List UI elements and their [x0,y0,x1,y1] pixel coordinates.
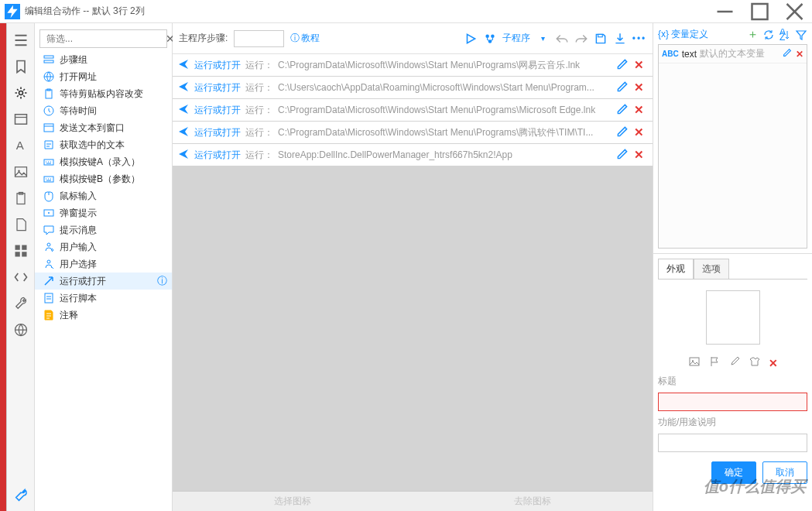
palette-item[interactable]: 运行或打开 ⓘ [35,273,172,290]
globe-icon[interactable] [13,322,29,338]
palette-item[interactable]: 模拟按键B（参数） [35,170,172,187]
shirt-icon[interactable] [749,355,761,370]
ok-button[interactable]: 确定 [711,461,756,484]
more-icon[interactable]: ••• [632,32,646,46]
step-row[interactable]: 运行或打开 运行： C:\ProgramData\Microsoft\Windo… [173,99,653,121]
sub-program-icon[interactable] [483,32,497,46]
palette-item[interactable]: 鼠标输入 [35,187,172,204]
edit-step-icon[interactable] [615,80,629,96]
text-icon[interactable]: A [13,138,29,153]
send-icon [177,58,190,73]
clipboard-icon[interactable] [13,190,29,206]
code-icon[interactable] [13,269,29,285]
close-button[interactable] [777,0,812,23]
palette-item[interactable]: 弹窗提示 [35,204,172,221]
bottom-bar: 选择图标 去除图标 [173,491,653,511]
step-action-label: 运行： [245,104,273,117]
svg-rect-5 [15,115,26,125]
palette-item-label: 提示消息 [60,224,167,237]
svg-rect-31 [45,293,53,303]
palette-item[interactable]: 提示消息 [35,221,172,238]
message-icon [43,224,55,236]
step-row[interactable]: 运行或打开 运行： C:\Users\caoch\AppData\Roaming… [173,77,653,98]
tutorial-link[interactable]: ⓘ 教程 [290,32,320,45]
step-row[interactable]: 运行或打开 运行： C:\ProgramData\Microsoft\Windo… [173,54,653,76]
palette-item-label: 运行脚本 [60,292,167,305]
list-icon[interactable] [13,33,29,48]
step-path: C:\ProgramData\Microsoft\Windows\Start M… [278,105,611,115]
file-icon[interactable] [13,217,29,232]
palette-item[interactable]: 用户选择 [35,256,172,273]
var-name: text [682,49,697,60]
eyedropper-icon[interactable] [728,355,741,370]
palette-item-label: 发送文本到窗口 [60,122,167,135]
tab-appearance[interactable]: 外观 [658,259,694,279]
title-input[interactable] [658,393,807,411]
user-input-icon [43,241,55,253]
palette-item[interactable]: 打开网址 [35,68,172,85]
save-icon[interactable] [594,32,608,46]
sub-program-label[interactable]: 子程序 [502,32,530,45]
desc-input[interactable] [658,434,807,452]
variable-row[interactable]: ABC text 默认的文本变量 ✕ [659,45,807,63]
variables-panel: {x} 变量定义 ＋ AZ ABC text 默认的文本变量 ✕ [653,23,812,254]
edit-step-icon[interactable] [615,147,629,163]
palette-item[interactable]: 模拟按键A（录入） [35,153,172,170]
windows-icon[interactable] [13,243,29,259]
steps-input[interactable] [234,30,284,47]
refresh-icon[interactable] [762,29,775,41]
palette-item[interactable]: 用户输入 [35,238,172,256]
cancel-button[interactable]: 取消 [762,461,807,484]
keyboard-icon [43,156,55,168]
gear-icon[interactable] [13,85,29,101]
palette-item[interactable]: 发送文本到窗口 [35,119,172,136]
palette-item[interactable]: 注释 [35,307,172,324]
edit-var-icon[interactable] [782,47,793,60]
edit-step-icon[interactable] [615,102,629,118]
palette-item[interactable]: 等待时间 [35,102,172,119]
maximize-button[interactable] [742,0,777,23]
steps-label: 主程序步骤: [179,32,228,45]
palette-item[interactable]: 步骤组 [35,51,172,68]
icon-preview [706,290,760,345]
palette-item[interactable]: 等待剪贴板内容改变 [35,85,172,102]
filter-input[interactable] [43,33,166,44]
edit-step-icon[interactable] [615,125,629,141]
window-icon[interactable] [13,111,29,127]
wrench-icon[interactable] [13,488,29,503]
delete-step-icon[interactable]: ✕ [634,103,648,117]
edit-step-icon[interactable] [615,57,629,74]
remove-icon[interactable]: ✕ [769,357,778,369]
user-select-icon [43,258,55,270]
palette-item[interactable]: 运行脚本 [35,290,172,307]
add-variable-icon[interactable]: ＋ [746,29,759,41]
delete-step-icon[interactable]: ✕ [634,58,648,72]
undo-icon[interactable] [555,32,569,46]
minimize-button[interactable] [708,0,742,23]
chevron-down-icon[interactable]: ▾ [536,32,550,46]
export-icon[interactable] [613,32,627,46]
tool-icon[interactable] [13,296,29,311]
tab-options[interactable]: 选项 [694,259,729,279]
play-icon[interactable] [464,32,478,46]
delete-var-icon[interactable]: ✕ [796,49,803,60]
svg-rect-35 [598,34,603,36]
delete-step-icon[interactable]: ✕ [634,81,648,94]
step-row[interactable]: 运行或打开 运行： C:\ProgramData\Microsoft\Windo… [173,122,653,143]
filter-icon[interactable] [795,29,807,41]
steps-list: 运行或打开 运行： C:\ProgramData\Microsoft\Windo… [173,54,653,491]
info-icon[interactable]: ⓘ [157,274,167,288]
delete-step-icon[interactable]: ✕ [634,125,648,139]
flag-icon[interactable] [708,355,721,370]
redo-icon[interactable] [574,32,588,46]
delete-step-icon[interactable]: ✕ [634,148,648,162]
palette-item[interactable]: 获取选中的文本 [35,136,172,153]
sort-icon[interactable]: AZ [779,29,791,41]
image-icon[interactable] [13,164,29,180]
svg-point-32 [485,34,489,38]
pick-image-icon[interactable] [688,355,701,370]
step-row[interactable]: 运行或打开 运行： StoreApp:DellInc.DellPowerMana… [173,144,653,166]
run-icon [43,275,55,287]
svg-point-30 [47,260,50,263]
bookmark-icon[interactable] [13,59,29,74]
